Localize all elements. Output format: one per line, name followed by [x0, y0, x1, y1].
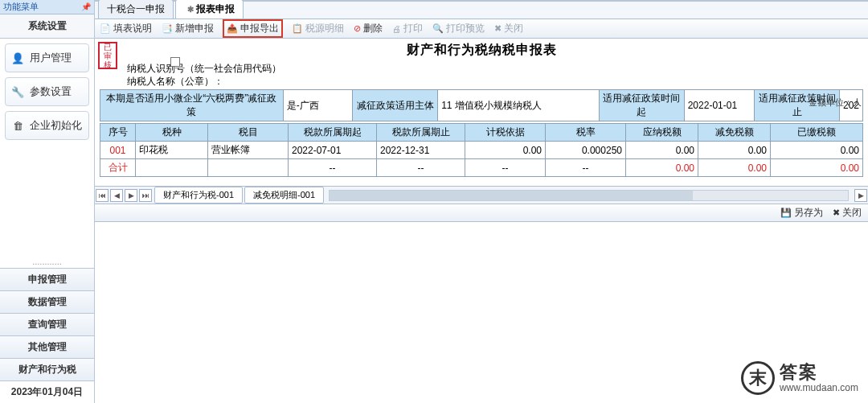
toolbar-print: 🖨打印 — [392, 22, 423, 35]
col-to: 税款所属期止 — [377, 124, 465, 142]
cell-to: 2022-12-31 — [377, 142, 465, 159]
col-item: 税目 — [208, 124, 289, 142]
close-button[interactable]: ✖关闭 — [833, 206, 862, 220]
policy-start-label: 适用减征政策时间起 — [600, 90, 685, 121]
save-as-button[interactable]: 💾另存为 — [780, 206, 823, 220]
total-dash: -- — [289, 159, 377, 177]
delete-icon: ⊘ — [354, 23, 361, 34]
sidebar-item-user-manage[interactable]: 👤 用户管理 — [5, 43, 89, 72]
sidebar-group-system[interactable]: 系统设置 — [0, 14, 94, 39]
watermark-url: www.mudaan.com — [780, 383, 858, 393]
col-from: 税款所属期起 — [289, 124, 377, 142]
cell-base: 0.00 — [465, 142, 546, 159]
total-rate: -- — [546, 159, 626, 177]
form-title: 财产和行为税纳税申报表 — [95, 39, 868, 60]
sidebar-item-label: 企业初始化 — [30, 119, 82, 133]
col-base: 计税依据 — [465, 124, 546, 142]
inner-tab-relief-detail[interactable]: 减免税明细-001 — [244, 187, 324, 204]
sidebar-title: 功能菜单 — [3, 1, 39, 13]
horizontal-scrollbar[interactable] — [329, 190, 849, 201]
trash-icon: 🗑 — [10, 118, 25, 133]
policy-table: 本期是否适用小微企业“六税两费”减征政策 是-广西 减征政策适用主体 11 增值… — [100, 89, 863, 121]
cell-tax: 印花税 — [136, 142, 208, 159]
toolbar-close: ✖关闭 — [494, 22, 523, 35]
toolbar-print-preview: 🔍打印预览 — [432, 22, 485, 35]
toolbar-fill-instructions[interactable]: 📄填表说明 — [100, 22, 152, 35]
total-label: 合计 — [100, 159, 136, 177]
cell-relief: 0.00 — [698, 142, 771, 159]
tab-label: 十税合一申报 — [107, 3, 165, 14]
subject-value[interactable]: 11 增值税小规模纳税人 — [438, 90, 600, 121]
cursor-icon — [170, 57, 180, 67]
sidebar: 功能菜单 📌 系统设置 👤 用户管理 🔧 参数设置 🗑 企业初始化 ......… — [0, 0, 95, 403]
col-paid: 已缴税额 — [771, 124, 863, 142]
watermark: 末 答案 www.mudaan.com — [741, 361, 858, 395]
total-paid: 0.00 — [771, 159, 863, 177]
taxpayer-name-value — [238, 75, 342, 86]
policy-value[interactable]: 是-广西 — [283, 90, 353, 121]
inner-scroll-right-icon[interactable]: ▶ — [854, 189, 867, 202]
list-icon: 📋 — [292, 23, 303, 34]
sidebar-item-param-settings[interactable]: 🔧 参数设置 — [5, 77, 89, 106]
sidebar-link-property-behavior-tax[interactable]: 财产和行为税 — [0, 358, 94, 380]
sidebar-date: 2023年01月04日 — [0, 380, 94, 403]
main: 十税合一申报 ✱ 报表申报 📄填表说明 📑新增申报 📤申报导出 📋税源明细 ⊘删… — [95, 0, 868, 403]
save-icon: 💾 — [780, 208, 792, 218]
user-icon: 👤 — [10, 51, 25, 65]
table-row[interactable]: 001 印花税 营业帐簿 2022-07-01 2022-12-31 0.00 … — [100, 142, 863, 159]
taxpayer-id-value — [296, 62, 400, 73]
policy-label: 本期是否适用小微企业“六税两费”减征政策 — [100, 90, 284, 121]
watermark-logo-icon: 末 — [741, 361, 775, 395]
col-relief: 减免税额 — [698, 124, 771, 142]
col-rate: 税率 — [546, 124, 626, 142]
total-base: -- — [465, 159, 546, 177]
inner-tab-last-icon[interactable]: ⏭ — [139, 189, 152, 202]
subject-label: 减征政策适用主体 — [353, 90, 438, 121]
wrench-icon: 🔧 — [10, 84, 25, 99]
sidebar-ellipsis: ............ — [0, 255, 94, 268]
cell-rate: 0.000250 — [546, 142, 626, 159]
tab-ten-tax[interactable]: 十税合一申报 — [98, 0, 174, 19]
cell-item: 营业帐簿 — [208, 142, 289, 159]
close-icon[interactable]: ✱ — [187, 5, 194, 14]
taxpayer-id-label: 纳税人识别号（统一社会信用代码） — [127, 62, 281, 75]
preview-icon: 🔍 — [432, 23, 444, 34]
doc-icon: 📄 — [100, 23, 111, 34]
tab-label: 报表申报 — [196, 3, 235, 14]
inner-tab-prev-icon[interactable]: ◀ — [110, 189, 123, 202]
unit-label: 金额单位：人 — [809, 97, 862, 109]
tab-report-declare[interactable]: ✱ 报表申报 — [175, 0, 244, 19]
watermark-text: 答案 — [780, 363, 858, 382]
inner-tab-first-icon[interactable]: ⏮ — [96, 189, 108, 202]
toolbar-new-declare[interactable]: 📑新增申报 — [162, 22, 214, 35]
close-icon: ✖ — [494, 23, 502, 34]
cell-due: 0.00 — [626, 142, 698, 159]
cell-from: 2022-07-01 — [289, 142, 377, 159]
col-tax: 税种 — [136, 124, 208, 142]
close-icon: ✖ — [833, 208, 840, 218]
tax-table: 序号 税种 税目 税款所属期起 税款所属期止 计税依据 税率 应纳税额 减免税额… — [100, 123, 863, 177]
toolbar-export-declare[interactable]: 📤申报导出 — [223, 20, 282, 37]
inner-tab-property[interactable]: 财产和行为税-001 — [154, 187, 243, 204]
sub-toolbar: 💾另存为 ✖关闭 — [95, 204, 868, 222]
sidebar-item-label: 用户管理 — [30, 51, 72, 65]
inner-tabs: ⏮ ◀ ▶ ⏭ 财产和行为税-001 减免税明细-001 ▶ — [95, 186, 868, 204]
sidebar-item-enterprise-init[interactable]: 🗑 企业初始化 — [5, 111, 89, 140]
table-total-row: 合计 -- -- -- -- 0.00 0.00 0.00 — [100, 159, 863, 177]
taxpayer-name-label: 纳税人名称（公章）： — [127, 75, 223, 88]
col-no: 序号 — [100, 124, 136, 142]
sidebar-item-label: 参数设置 — [30, 85, 72, 99]
sidebar-link-query-manage[interactable]: 查询管理 — [0, 313, 94, 335]
toolbar-delete[interactable]: ⊘删除 — [354, 22, 383, 35]
sidebar-link-declare-manage[interactable]: 申报管理 — [0, 268, 94, 290]
policy-start-value[interactable]: 2022-01-01 — [684, 90, 755, 121]
total-dash: -- — [377, 159, 465, 177]
sidebar-link-data-manage[interactable]: 数据管理 — [0, 290, 94, 313]
print-icon: 🖨 — [392, 24, 401, 34]
pin-icon[interactable]: 📌 — [81, 2, 91, 11]
sidebar-link-other-manage[interactable]: 其他管理 — [0, 335, 94, 358]
cell-no: 001 — [100, 142, 136, 159]
inner-tab-next-icon[interactable]: ▶ — [125, 189, 137, 202]
table-header-row: 序号 税种 税目 税款所属期起 税款所属期止 计税依据 税率 应纳税额 减免税额… — [100, 124, 863, 142]
new-icon: 📑 — [162, 23, 173, 34]
